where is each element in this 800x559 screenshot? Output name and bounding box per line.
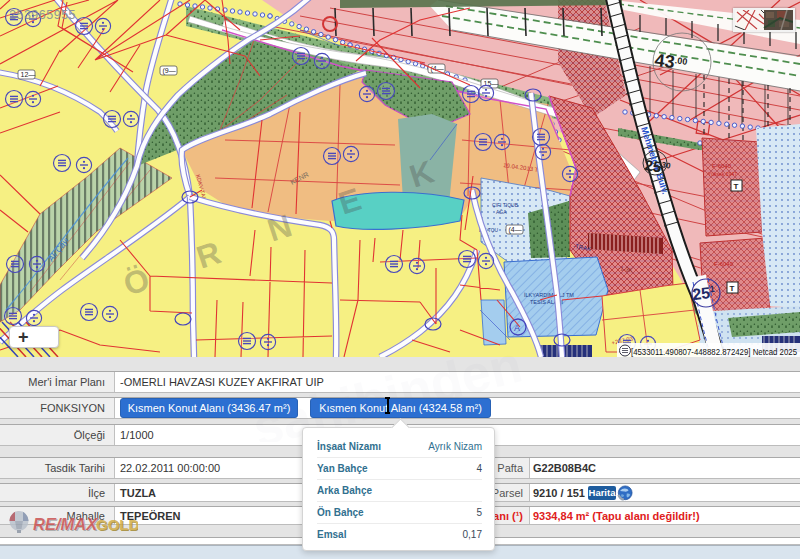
svg-text:A: A — [514, 323, 520, 333]
svg-text:[4533011.490807-448882.872429]: [4533011.490807-448882.872429] Netcad 20… — [631, 347, 797, 357]
svg-text:RE/MAX: RE/MAX — [33, 515, 98, 533]
svg-text:T: T — [730, 284, 735, 293]
svg-text:AĞA: AĞA — [496, 209, 507, 215]
svg-text:Yüksek 1947: Yüksek 1947 — [708, 171, 737, 177]
svg-text:GOLD: GOLD — [96, 516, 138, 533]
svg-text:F-6040: F-6040 — [714, 261, 734, 267]
svg-text:F-6040: F-6040 — [712, 163, 732, 169]
svg-text:(4—: (4— — [509, 226, 522, 234]
svg-text:(9—: (9— — [163, 67, 176, 75]
svg-text:T: T — [734, 182, 739, 191]
svg-text:12—: 12— — [21, 71, 36, 78]
svg-text:ÇIFI TIQUB: ÇIFI TIQUB — [492, 202, 519, 208]
